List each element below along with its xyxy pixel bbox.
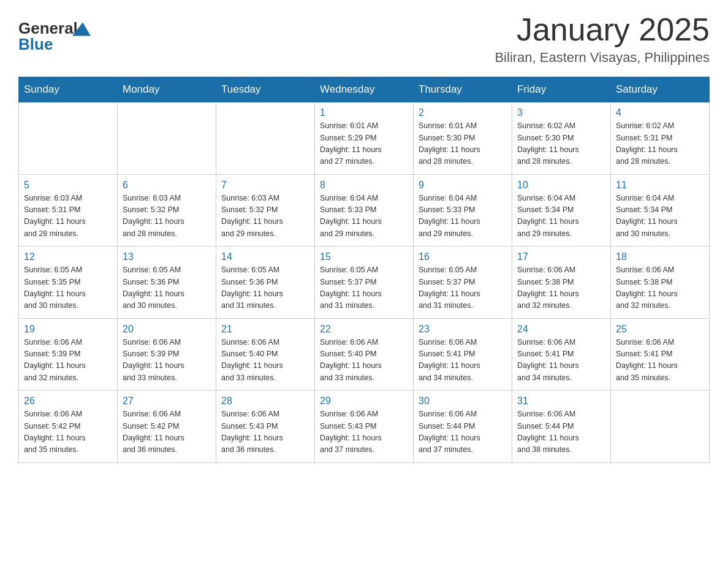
table-row: 19Sunrise: 6:06 AM Sunset: 5:39 PM Dayli…: [19, 318, 118, 391]
day-number: 22: [320, 324, 408, 335]
day-info: Sunrise: 6:04 AM Sunset: 5:33 PM Dayligh…: [320, 193, 408, 240]
day-info: Sunrise: 6:05 AM Sunset: 5:37 PM Dayligh…: [320, 264, 408, 312]
day-number: 19: [24, 324, 112, 335]
table-row: 13Sunrise: 6:05 AM Sunset: 5:36 PM Dayli…: [118, 247, 216, 319]
day-info: Sunrise: 6:06 AM Sunset: 5:41 PM Dayligh…: [419, 337, 507, 385]
day-info: Sunrise: 6:03 AM Sunset: 5:32 PM Dayligh…: [123, 193, 211, 240]
col-tuesday: Tuesday: [216, 77, 315, 102]
logo-image: General Blue: [18, 12, 98, 55]
calendar-week-row: 19Sunrise: 6:06 AM Sunset: 5:39 PM Dayli…: [19, 318, 710, 391]
table-row: [611, 391, 710, 463]
table-row: 24Sunrise: 6:06 AM Sunset: 5:41 PM Dayli…: [512, 318, 611, 391]
day-number: 11: [616, 180, 704, 191]
table-row: 5Sunrise: 6:03 AM Sunset: 5:31 PM Daylig…: [19, 174, 118, 247]
table-row: 10Sunrise: 6:04 AM Sunset: 5:34 PM Dayli…: [512, 174, 611, 247]
table-row: 28Sunrise: 6:06 AM Sunset: 5:43 PM Dayli…: [216, 391, 315, 463]
table-row: [216, 102, 315, 175]
table-row: 31Sunrise: 6:06 AM Sunset: 5:44 PM Dayli…: [512, 391, 611, 463]
day-number: 23: [419, 324, 507, 335]
table-row: 8Sunrise: 6:04 AM Sunset: 5:33 PM Daylig…: [315, 174, 414, 247]
table-row: 16Sunrise: 6:05 AM Sunset: 5:37 PM Dayli…: [414, 247, 512, 319]
day-info: Sunrise: 6:06 AM Sunset: 5:42 PM Dayligh…: [24, 408, 112, 456]
calendar-week-row: 1Sunrise: 6:01 AM Sunset: 5:29 PM Daylig…: [19, 102, 710, 175]
day-info: Sunrise: 6:06 AM Sunset: 5:40 PM Dayligh…: [320, 337, 408, 385]
day-info: Sunrise: 6:06 AM Sunset: 5:43 PM Dayligh…: [320, 408, 408, 456]
col-saturday: Saturday: [611, 77, 710, 102]
day-number: 5: [24, 180, 112, 191]
day-number: 24: [517, 324, 605, 335]
col-wednesday: Wednesday: [315, 77, 414, 102]
day-number: 27: [123, 396, 211, 407]
day-info: Sunrise: 6:06 AM Sunset: 5:44 PM Dayligh…: [517, 408, 605, 456]
calendar-table: Sunday Monday Tuesday Wednesday Thursday…: [18, 77, 710, 463]
day-info: Sunrise: 6:06 AM Sunset: 5:39 PM Dayligh…: [123, 337, 211, 385]
day-info: Sunrise: 6:06 AM Sunset: 5:43 PM Dayligh…: [221, 408, 309, 456]
table-row: 14Sunrise: 6:05 AM Sunset: 5:36 PM Dayli…: [216, 247, 315, 319]
day-info: Sunrise: 6:06 AM Sunset: 5:42 PM Dayligh…: [123, 408, 211, 456]
table-row: [19, 102, 118, 175]
day-info: Sunrise: 6:02 AM Sunset: 5:30 PM Dayligh…: [517, 120, 605, 168]
day-info: Sunrise: 6:01 AM Sunset: 5:29 PM Dayligh…: [320, 120, 408, 168]
page-header: General Blue January 2025 Biliran, Easte…: [18, 12, 710, 66]
day-number: 10: [517, 180, 605, 191]
svg-text:Blue: Blue: [18, 35, 53, 53]
table-row: 27Sunrise: 6:06 AM Sunset: 5:42 PM Dayli…: [118, 391, 216, 463]
day-number: 21: [221, 324, 309, 335]
day-info: Sunrise: 6:06 AM Sunset: 5:39 PM Dayligh…: [24, 337, 112, 385]
day-number: 12: [24, 251, 112, 262]
table-row: 11Sunrise: 6:04 AM Sunset: 5:34 PM Dayli…: [611, 174, 710, 247]
day-info: Sunrise: 6:06 AM Sunset: 5:41 PM Dayligh…: [616, 337, 704, 385]
day-info: Sunrise: 6:04 AM Sunset: 5:34 PM Dayligh…: [517, 193, 605, 240]
day-number: 18: [616, 251, 704, 262]
table-row: 25Sunrise: 6:06 AM Sunset: 5:41 PM Dayli…: [611, 318, 710, 391]
table-row: 12Sunrise: 6:05 AM Sunset: 5:35 PM Dayli…: [19, 247, 118, 319]
table-row: 3Sunrise: 6:02 AM Sunset: 5:30 PM Daylig…: [512, 102, 611, 175]
table-row: 23Sunrise: 6:06 AM Sunset: 5:41 PM Dayli…: [414, 318, 512, 391]
day-info: Sunrise: 6:05 AM Sunset: 5:35 PM Dayligh…: [24, 264, 112, 312]
day-info: Sunrise: 6:06 AM Sunset: 5:44 PM Dayligh…: [419, 408, 507, 456]
table-row: 15Sunrise: 6:05 AM Sunset: 5:37 PM Dayli…: [315, 247, 414, 319]
col-friday: Friday: [512, 77, 611, 102]
day-info: Sunrise: 6:01 AM Sunset: 5:30 PM Dayligh…: [419, 120, 507, 168]
day-info: Sunrise: 6:06 AM Sunset: 5:40 PM Dayligh…: [221, 337, 309, 385]
table-row: 21Sunrise: 6:06 AM Sunset: 5:40 PM Dayli…: [216, 318, 315, 391]
month-title: January 2025: [495, 12, 710, 47]
table-row: [118, 102, 216, 175]
location-subtitle: Biliran, Eastern Visayas, Philippines: [495, 50, 710, 66]
day-number: 28: [221, 396, 309, 407]
table-row: 6Sunrise: 6:03 AM Sunset: 5:32 PM Daylig…: [118, 174, 216, 247]
day-number: 26: [24, 396, 112, 407]
day-number: 7: [221, 180, 309, 191]
day-number: 1: [320, 107, 408, 118]
day-info: Sunrise: 6:05 AM Sunset: 5:36 PM Dayligh…: [221, 264, 309, 312]
day-number: 29: [320, 396, 408, 407]
table-row: 1Sunrise: 6:01 AM Sunset: 5:29 PM Daylig…: [315, 102, 414, 175]
table-row: 4Sunrise: 6:02 AM Sunset: 5:31 PM Daylig…: [611, 102, 710, 175]
day-info: Sunrise: 6:05 AM Sunset: 5:36 PM Dayligh…: [123, 264, 211, 312]
day-number: 20: [123, 324, 211, 335]
table-row: 22Sunrise: 6:06 AM Sunset: 5:40 PM Dayli…: [315, 318, 414, 391]
calendar-week-row: 26Sunrise: 6:06 AM Sunset: 5:42 PM Dayli…: [19, 391, 710, 463]
calendar-body: 1Sunrise: 6:01 AM Sunset: 5:29 PM Daylig…: [19, 102, 710, 463]
calendar-header-row: Sunday Monday Tuesday Wednesday Thursday…: [19, 77, 710, 102]
day-number: 8: [320, 180, 408, 191]
day-number: 15: [320, 251, 408, 262]
day-number: 31: [517, 396, 605, 407]
day-info: Sunrise: 6:04 AM Sunset: 5:34 PM Dayligh…: [616, 193, 704, 240]
table-row: 29Sunrise: 6:06 AM Sunset: 5:43 PM Dayli…: [315, 391, 414, 463]
title-block: January 2025 Biliran, Eastern Visayas, P…: [495, 12, 710, 66]
day-number: 14: [221, 251, 309, 262]
day-number: 2: [419, 107, 507, 118]
day-number: 25: [616, 324, 704, 335]
day-number: 3: [517, 107, 605, 118]
col-sunday: Sunday: [19, 77, 118, 102]
calendar-week-row: 5Sunrise: 6:03 AM Sunset: 5:31 PM Daylig…: [19, 174, 710, 247]
day-info: Sunrise: 6:06 AM Sunset: 5:38 PM Dayligh…: [517, 264, 605, 312]
table-row: 9Sunrise: 6:04 AM Sunset: 5:33 PM Daylig…: [414, 174, 512, 247]
table-row: 17Sunrise: 6:06 AM Sunset: 5:38 PM Dayli…: [512, 247, 611, 319]
day-number: 9: [419, 180, 507, 191]
day-number: 6: [123, 180, 211, 191]
day-info: Sunrise: 6:05 AM Sunset: 5:37 PM Dayligh…: [419, 264, 507, 312]
col-thursday: Thursday: [414, 77, 512, 102]
table-row: 7Sunrise: 6:03 AM Sunset: 5:32 PM Daylig…: [216, 174, 315, 247]
